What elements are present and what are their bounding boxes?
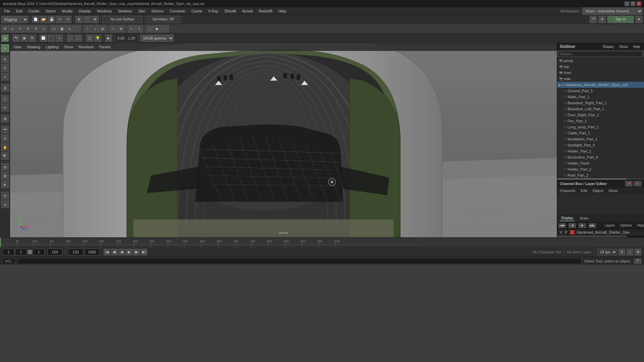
rotate-mode-btn[interactable]: ↻ [1, 64, 9, 72]
prev-frame-btn[interactable]: ◀| [111, 249, 118, 255]
outliner-item-15[interactable]: ⬡Holder_Part_1 [557, 148, 644, 154]
layer-next2-btn[interactable]: ▶▶ [589, 223, 596, 228]
scale-mode-btn[interactable]: ⤢ [1, 73, 9, 81]
vp-menu-panels[interactable]: Panels [97, 44, 113, 50]
workspace-dropdown[interactable]: XGen - Interactive Groom1 [582, 7, 643, 15]
menu-skeleton[interactable]: Skeleton [115, 8, 135, 14]
menu-deform[interactable]: Deform [149, 8, 166, 14]
menu-cache[interactable]: Cache [189, 8, 205, 14]
menu-3dtoall[interactable]: 3DtoAll [222, 8, 239, 14]
current-frame-input[interactable] [3, 249, 14, 255]
xgen-btn[interactable]: ※ [1, 191, 9, 199]
snap-curve-btn[interactable]: ⌒ [83, 16, 91, 23]
play-forward-btn[interactable]: ▶ [126, 249, 132, 255]
curve-tool-btn[interactable]: ⌒ [73, 25, 81, 33]
menu-display[interactable]: Display [76, 8, 94, 14]
layer-tab-options[interactable]: Options [619, 223, 633, 228]
cb-tab-display[interactable]: Display [560, 215, 575, 221]
layer-tab-help[interactable]: Help [636, 223, 644, 228]
ik-handle-btn[interactable]: ⟁ [92, 25, 99, 33]
outliner-item-9[interactable]: ⬡Door_Right_Part_1 [557, 112, 644, 118]
move-mode-btn[interactable]: ✛ [1, 55, 9, 63]
layer-tab-layers[interactable]: Layers [603, 223, 616, 228]
menu-arnold[interactable]: Arnold [239, 8, 256, 14]
outliner-item-7[interactable]: ⬡Backdoor_Right_Part_1 [557, 100, 644, 106]
universal-manip-btn[interactable]: ⊕ [1, 84, 9, 92]
cb-menu-show[interactable]: Show [607, 188, 619, 193]
fps-dropdown[interactable]: 24 fps [597, 249, 617, 255]
cb-menu-edit[interactable]: Edit [579, 188, 588, 193]
menu-file[interactable]: File [1, 8, 13, 14]
sculpt-btn[interactable]: ⊿ [1, 200, 9, 208]
outliner-menu-display[interactable]: Display [602, 45, 615, 49]
audio-btn[interactable]: ♪ [627, 249, 633, 255]
open-file-btn[interactable]: 📂 [40, 16, 47, 23]
key-settings-btn[interactable]: ⚙ [635, 249, 641, 255]
undo-btn[interactable]: ↩ [56, 16, 63, 23]
cb-menu-channels[interactable]: Channels [558, 188, 577, 193]
outliner-item-0[interactable]: 📷persp [557, 58, 644, 64]
lattice-btn[interactable]: ▦ [58, 25, 65, 33]
vp-cam-btn[interactable]: 📷 [12, 35, 20, 42]
render-settings-btn[interactable]: ⚙ [598, 16, 606, 23]
point-constraint-btn[interactable]: ⊕ [117, 25, 125, 33]
menu-windows[interactable]: Windows [94, 8, 115, 14]
vp-xray-btn[interactable]: ◻ [86, 35, 93, 42]
scale-tool-btn[interactable]: ⤡ [40, 25, 47, 33]
pan-btn[interactable]: ✋ [1, 143, 9, 151]
cb-expand-btn[interactable]: ≡ [634, 181, 641, 186]
vp-wireframe-btn[interactable]: ⬜ [40, 35, 47, 42]
menu-redshift[interactable]: Redshift [256, 8, 275, 14]
orbit-btn[interactable]: ↺ [1, 134, 9, 142]
menu-constrain[interactable]: Constrain [167, 8, 188, 14]
frame-value-input[interactable] [33, 249, 45, 255]
skin-paint-btn[interactable]: 🖌 [99, 25, 107, 33]
ipr-render-btn[interactable]: ▶ [154, 25, 161, 33]
zoom-btn[interactable]: 🔍 [1, 152, 9, 160]
menu-modify[interactable]: Modify [59, 8, 75, 14]
symmetry-btn[interactable]: Symmetry: Off [146, 16, 180, 23]
vp-light-btn[interactable]: 💡 [94, 35, 101, 42]
timeline-area[interactable]: 50 100 150 200 250 300 350 400 450 500 5… [0, 237, 644, 247]
outliner-item-17[interactable]: ⬡Holder_Part3 [557, 160, 644, 166]
joint-tool-btn[interactable]: ⚬ [84, 25, 91, 33]
minimize-button[interactable]: ─ [625, 1, 629, 6]
paint-weights-btn[interactable]: ✏ [1, 104, 9, 112]
outliner-item-4[interactable]: ▶⊞Hardened_Aircraft_Shelter_Open_nd1 [557, 82, 644, 88]
vp-hardware-btn[interactable]: ▪ [56, 35, 63, 42]
camera-tools-btn[interactable]: 📷 [1, 126, 9, 134]
frame-start-input[interactable] [15, 249, 27, 255]
menu-edit[interactable]: Edit [13, 8, 25, 14]
last-tool-btn[interactable]: ↖ [136, 25, 143, 33]
snap-grid-btn[interactable]: ⊞ [75, 16, 83, 23]
move-tool-btn[interactable]: ✛ [24, 25, 32, 33]
outliner-item-19[interactable]: ⬡Roof_Part_2 [557, 172, 644, 178]
xform-constraint-btn[interactable]: + [110, 25, 117, 33]
next-frame-btn[interactable]: |▶ [133, 249, 140, 255]
outliner-list[interactable]: 📷persp📷top📷front📷side▶⊞Hardened_Aircraft… [557, 58, 644, 178]
rotate-tool-btn[interactable]: ↺ [32, 25, 40, 33]
viewport[interactable]: View Shading Lighting Show Renderer Pane… [10, 43, 557, 237]
select-mode-btn[interactable]: ↖ [1, 44, 9, 52]
render-region-btn[interactable]: ⬚ [146, 25, 153, 33]
range-end-input[interactable] [47, 249, 62, 255]
outliner-item-13[interactable]: ⬡Ventilation_Part_1 [557, 136, 644, 142]
mel-input[interactable] [18, 258, 582, 264]
vp-menu-view[interactable]: View [11, 44, 23, 50]
soft-mod-btn[interactable]: ⬡ [1, 95, 9, 103]
vp-menu-lighting[interactable]: Lighting [44, 44, 61, 50]
end-frame-input[interactable] [68, 249, 83, 255]
menu-create[interactable]: Create [26, 8, 42, 14]
snap-edge-btn[interactable]: ⊠ [1, 172, 9, 180]
outliner-item-5[interactable]: ⬡Ground_Part_5 [557, 88, 644, 94]
vp-menu-show[interactable]: Show [62, 44, 75, 50]
end-range-input[interactable] [85, 249, 100, 255]
vp-hide-btn[interactable]: 👁 [29, 35, 36, 42]
outliner-menu-help[interactable]: Help [632, 45, 641, 49]
outliner-item-1[interactable]: 📷top [557, 64, 644, 70]
expand-btn[interactable]: ▼ [635, 16, 643, 23]
outliner-expand-4[interactable]: ▶ [558, 83, 561, 87]
outliner-item-6[interactable]: ⬡Walls_Part_1 [557, 94, 644, 100]
cycle-btn[interactable]: ↻ [619, 249, 625, 255]
layer-prev2-btn[interactable]: ◀ [569, 223, 576, 228]
